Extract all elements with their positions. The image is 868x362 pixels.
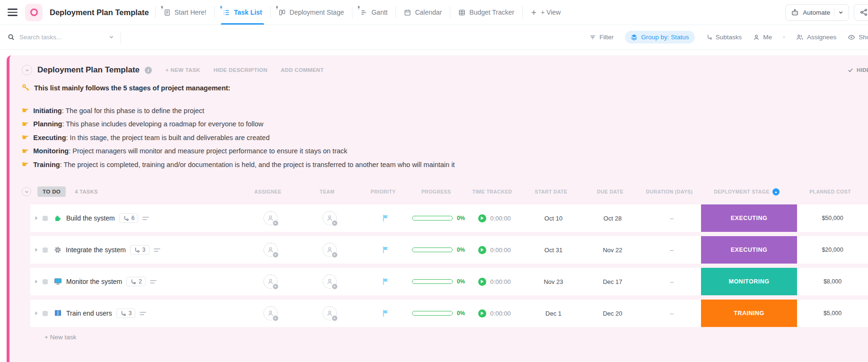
add-assignee-avatar[interactable]: + — [263, 243, 278, 257]
collapse-list-button[interactable] — [22, 65, 32, 75]
new-task-button[interactable]: + NEW TASK — [166, 67, 200, 73]
progress-bar[interactable] — [412, 311, 453, 316]
table-row[interactable]: Build the system 6 + + 0% 0:00:00 Oct 10… — [30, 204, 868, 232]
play-button[interactable] — [478, 214, 486, 222]
group-by-button[interactable]: Group by: Status — [625, 31, 694, 44]
due-date-cell[interactable]: Oct 28 — [583, 204, 642, 232]
status-square[interactable] — [43, 311, 48, 316]
search-box[interactable] — [8, 34, 114, 41]
list-logo[interactable] — [25, 4, 43, 21]
priority-flag-icon[interactable] — [382, 278, 389, 285]
add-comment-button[interactable]: ADD COMMENT — [281, 67, 324, 73]
due-date-cell[interactable]: Dec 20 — [583, 300, 642, 327]
subtask-chip[interactable]: 3 — [116, 309, 136, 318]
tab-budget-tracker[interactable]: Budget Tracker — [452, 0, 521, 25]
subtask-chip[interactable]: 3 — [130, 245, 149, 255]
add-team-avatar[interactable]: + — [323, 306, 337, 320]
due-date-cell[interactable]: Nov 22 — [583, 236, 642, 264]
add-assignee-avatar[interactable]: + — [263, 211, 278, 225]
show-button[interactable]: Show — [848, 34, 868, 41]
start-date-cell[interactable]: Oct 31 — [524, 236, 583, 264]
table-row[interactable]: Monitor the system 2 + + 0% 0:00:00 Nov … — [30, 268, 868, 295]
task-name[interactable]: Train end users — [66, 309, 112, 317]
table-row[interactable]: Integrate the system 3 + + 0% 0:00:00 Oc… — [30, 236, 868, 264]
progress-bar[interactable] — [412, 216, 453, 221]
add-task-button[interactable]: + New task — [44, 334, 76, 341]
progress-bar[interactable] — [412, 279, 453, 284]
automate-button[interactable]: Automate — [785, 4, 849, 21]
planned-cost-cell[interactable]: $50,000 — [797, 204, 868, 232]
priority-flag-icon[interactable] — [382, 214, 389, 222]
task-name[interactable]: Monitor the system — [66, 278, 122, 285]
tab-task-list[interactable]: Task List — [216, 0, 269, 25]
description-lines-icon[interactable] — [142, 216, 149, 221]
subtasks-button[interactable]: Subtasks — [706, 34, 742, 41]
add-team-avatar[interactable]: + — [323, 243, 337, 257]
planned-cost-cell[interactable]: $20,000 — [797, 236, 868, 264]
column-header-team[interactable]: TEAM — [298, 188, 357, 195]
description-lines-icon[interactable] — [154, 248, 160, 252]
expand-caret-icon[interactable] — [35, 216, 38, 221]
subtask-chip[interactable]: 6 — [119, 213, 139, 223]
start-date-cell[interactable]: Dec 1 — [524, 300, 583, 327]
priority-flag-icon[interactable] — [382, 309, 389, 317]
expand-caret-icon[interactable] — [35, 311, 38, 316]
add-view-button[interactable]: + View — [524, 0, 567, 25]
planned-cost-cell[interactable]: $5,000 — [797, 300, 868, 327]
add-team-avatar[interactable]: + — [323, 274, 337, 289]
stage-cell[interactable]: TRAINING — [701, 300, 797, 327]
column-header-progress[interactable]: PROGRESS — [410, 188, 463, 195]
status-square[interactable] — [43, 216, 48, 221]
stage-cell[interactable]: EXECUTING — [701, 204, 797, 232]
expand-caret-icon[interactable] — [35, 247, 38, 252]
sort-asc-badge[interactable]: ▲ — [772, 188, 780, 195]
table-row[interactable]: Train end users 3 + + 0% 0:00:00 Dec 1 D… — [30, 300, 868, 327]
column-header-assignee[interactable]: ASSIGNEE — [238, 188, 298, 195]
hide-closed-button[interactable]: HIDE CLOSED — [848, 67, 868, 73]
expand-caret-icon[interactable] — [35, 279, 38, 284]
add-team-avatar[interactable]: + — [323, 211, 337, 225]
stage-cell[interactable]: MONITORING — [701, 268, 797, 295]
column-header-planned-cost[interactable]: PLANNED COST — [795, 188, 866, 195]
collapse-group-button[interactable] — [22, 187, 31, 196]
search-input[interactable] — [19, 34, 97, 41]
task-name[interactable]: Build the system — [66, 214, 115, 222]
column-header-start-date[interactable]: START DATE — [522, 188, 580, 195]
subtask-chip[interactable]: 2 — [126, 277, 146, 286]
filter-button[interactable]: Filter — [589, 34, 614, 41]
add-assignee-avatar[interactable]: + — [263, 306, 278, 320]
tab-gantt[interactable]: Gantt — [354, 0, 394, 25]
stage-cell[interactable]: EXECUTING — [701, 236, 797, 264]
play-button[interactable] — [478, 309, 486, 318]
start-date-cell[interactable]: Nov 23 — [524, 268, 583, 295]
tab-start-here[interactable]: Start Here! — [157, 0, 213, 25]
column-header-time-tracked[interactable]: TIME TRACKED — [463, 188, 522, 195]
hide-description-button[interactable]: HIDE DESCRIPTION — [213, 67, 267, 73]
tab-deployment-stage[interactable]: Deployment Stage — [272, 0, 351, 25]
column-header-due-date[interactable]: DUE DATE — [580, 188, 640, 195]
play-button[interactable] — [478, 278, 486, 286]
description-lines-icon[interactable] — [150, 280, 157, 284]
tab-calendar[interactable]: Calendar — [397, 0, 448, 25]
description-lines-icon[interactable] — [140, 311, 146, 316]
assignees-button[interactable]: Assignees — [796, 34, 836, 41]
share-button[interactable] — [854, 4, 868, 21]
chevron-down-icon[interactable] — [109, 35, 114, 40]
chevron-down-icon[interactable] — [838, 10, 843, 15]
hamburger-menu-icon[interactable] — [8, 9, 18, 16]
start-date-cell[interactable]: Oct 10 — [524, 204, 583, 232]
me-button[interactable]: Me — [753, 34, 772, 41]
column-header-duration-days[interactable]: DURATION (DAYS) — [640, 188, 699, 195]
info-icon[interactable]: i — [145, 67, 152, 74]
progress-bar[interactable] — [412, 247, 453, 252]
priority-flag-icon[interactable] — [382, 246, 389, 254]
status-badge[interactable]: TO DO — [37, 186, 66, 197]
status-square[interactable] — [43, 247, 48, 253]
status-square[interactable] — [43, 279, 48, 284]
add-assignee-avatar[interactable]: + — [263, 274, 278, 289]
due-date-cell[interactable]: Dec 17 — [583, 268, 642, 295]
play-button[interactable] — [478, 246, 486, 254]
task-name[interactable]: Integrate the system — [66, 246, 126, 254]
column-header-priority[interactable]: PRIORITY — [357, 188, 410, 195]
column-header-deployment-stage[interactable]: DEPLOYMENT STAGE▲ — [699, 188, 795, 195]
